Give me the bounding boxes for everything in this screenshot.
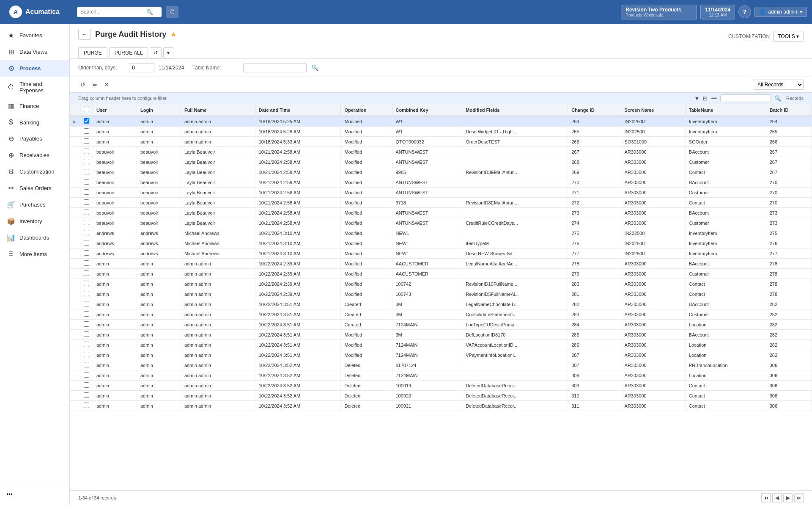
- sidebar-item-data-views[interactable]: ⊞Data Views: [0, 44, 69, 60]
- row-checkbox-23[interactable]: [84, 352, 89, 357]
- select-all-checkbox[interactable]: [84, 107, 89, 112]
- search-icon: 🔍: [146, 9, 153, 15]
- cell-user: beauvoir: [93, 198, 137, 208]
- row-checkbox-11[interactable]: [84, 230, 89, 235]
- more-actions-button[interactable]: ▾: [163, 47, 173, 58]
- cell-combined-key: NEW1: [392, 238, 462, 248]
- top-right-actions: CUSTOMIZATION TOOLS ▾: [728, 31, 804, 42]
- prev-page-button[interactable]: ◀: [772, 493, 782, 502]
- sidebar-item-banking[interactable]: $Banking: [0, 114, 69, 130]
- row-checkbox-12[interactable]: [84, 240, 89, 246]
- table-fit-button[interactable]: ⇔: [90, 80, 99, 89]
- purge-all-button[interactable]: PURGE ALL: [109, 47, 148, 58]
- help-button[interactable]: ?: [738, 6, 751, 18]
- refresh-button[interactable]: ↺: [150, 47, 162, 58]
- datetime-button[interactable]: 11/14/2024 12:13 AM: [700, 5, 735, 19]
- table-row: admin admin admin admin 10/22/2024 3:52 …: [70, 360, 812, 370]
- filter-icon-button[interactable]: ▼: [694, 95, 700, 102]
- cell-expand: [70, 299, 80, 309]
- row-checkbox-10[interactable]: [84, 220, 89, 225]
- last-page-button[interactable]: ⏭: [794, 493, 804, 502]
- row-checkbox-26[interactable]: [84, 382, 89, 388]
- cell-operation: Modified: [341, 259, 392, 269]
- table-refresh-button[interactable]: ↺: [78, 80, 88, 89]
- first-page-button[interactable]: ⏮: [761, 493, 771, 502]
- cell-modified-fields: ConsolidateStatements...: [462, 309, 568, 320]
- expand-arrow[interactable]: ▶: [73, 119, 77, 124]
- row-checkbox-14[interactable]: [84, 260, 89, 266]
- sidebar-item-process[interactable]: ⊙Process: [0, 60, 69, 77]
- row-checkbox-24[interactable]: [84, 362, 89, 367]
- tools-button[interactable]: TOOLS ▾: [773, 31, 804, 42]
- table-row: admin admin admin admin 10/22/2024 2:39 …: [70, 259, 812, 269]
- row-checkbox-17[interactable]: [84, 291, 89, 296]
- row-checkbox-8[interactable]: [84, 199, 89, 205]
- row-checkbox-0[interactable]: [84, 118, 89, 124]
- column-search-input[interactable]: [720, 94, 771, 102]
- next-page-button[interactable]: ▶: [783, 493, 793, 502]
- logo-area[interactable]: A Acumatica: [5, 3, 73, 21]
- search-input[interactable]: [80, 9, 144, 15]
- company-sub: Products Wholesale: [625, 13, 692, 17]
- row-checkbox-15[interactable]: [84, 270, 89, 276]
- history-button[interactable]: ⏱: [166, 6, 178, 18]
- row-checkbox-4[interactable]: [84, 159, 89, 164]
- row-checkbox-7[interactable]: [84, 189, 89, 195]
- cell-change-id: 271: [568, 188, 621, 198]
- sidebar-item-customization[interactable]: ⚙Customization: [0, 163, 69, 180]
- customization-link[interactable]: CUSTOMIZATION: [728, 33, 770, 39]
- records-filter-select[interactable]: All Records: [753, 80, 804, 90]
- row-checkbox-28[interactable]: [84, 403, 89, 408]
- back-button[interactable]: ←: [78, 29, 91, 40]
- older-than-input[interactable]: [129, 63, 154, 72]
- row-checkbox-18[interactable]: [84, 301, 89, 306]
- pagination-buttons: ⏮ ◀ ▶ ⏭: [761, 493, 804, 502]
- company-selector[interactable]: Revision Two Products Products Wholesale: [621, 5, 697, 19]
- table-name-input[interactable]: [243, 63, 307, 72]
- row-checkbox-1[interactable]: [84, 128, 89, 134]
- cell-modified-fields: LocTypeCUDescrPrima...: [462, 320, 568, 330]
- sidebar-more-icon[interactable]: •••: [7, 491, 12, 497]
- purge-button[interactable]: PURGE: [78, 47, 107, 58]
- row-checkbox-2[interactable]: [84, 138, 89, 144]
- column-search-icon[interactable]: 🔍: [774, 95, 781, 102]
- sidebar-item-dashboards[interactable]: 📊Dashboards: [0, 229, 69, 246]
- sidebar-item-inventory[interactable]: 📦Inventory: [0, 213, 69, 229]
- sidebar-item-favorites[interactable]: ★Favorites: [0, 27, 69, 44]
- cell-operation: Modified: [341, 188, 392, 198]
- cell-modified-fields: CreditRuleCCreditDays...: [462, 218, 568, 228]
- row-checkbox-9[interactable]: [84, 210, 89, 215]
- sidebar-item-finance[interactable]: ▦Finance: [0, 98, 69, 114]
- user-button[interactable]: 👤 admin admin ▾: [754, 7, 807, 17]
- row-checkbox-20[interactable]: [84, 321, 89, 327]
- row-checkbox-16[interactable]: [84, 281, 89, 286]
- cell-combined-key: 100920: [392, 391, 462, 401]
- row-checkbox-19[interactable]: [84, 311, 89, 317]
- row-checkbox-22[interactable]: [84, 342, 89, 347]
- more-columns-button[interactable]: •••: [711, 95, 717, 102]
- table-clear-button[interactable]: ✕: [102, 80, 111, 89]
- cell-modified-fields: [462, 208, 568, 218]
- row-checkbox-3[interactable]: [84, 149, 89, 154]
- sidebar-item-payables[interactable]: ⊖Payables: [0, 130, 69, 147]
- row-checkbox-13[interactable]: [84, 250, 89, 256]
- favorite-star-icon[interactable]: ★: [170, 30, 176, 39]
- row-checkbox-21[interactable]: [84, 331, 89, 337]
- columns-icon-button[interactable]: ⊟: [703, 95, 708, 102]
- row-checkbox-5[interactable]: [84, 169, 89, 174]
- sidebar-item-time-expenses[interactable]: ⏱Time and Expenses: [0, 77, 69, 98]
- sidebar-item-sales-orders[interactable]: ✏Sales Orders: [0, 180, 69, 196]
- cell-table-name: InventoryItem: [685, 248, 766, 259]
- row-checkbox-25[interactable]: [84, 372, 89, 378]
- th-screen-name: Screen Name: [621, 104, 685, 116]
- row-checkbox-6[interactable]: [84, 179, 89, 185]
- sidebar-item-purchases[interactable]: 🛒Purchases: [0, 196, 69, 213]
- sidebar-item-more-items[interactable]: ⠿More Items: [0, 246, 69, 262]
- sidebar-icon-customization: ⚙: [7, 168, 15, 176]
- cell-batch-id: 267: [766, 147, 812, 157]
- cell-batch-id: 266: [766, 137, 812, 147]
- row-checkbox-27[interactable]: [84, 392, 89, 398]
- cell-combined-key: 100921: [392, 401, 462, 411]
- table-search-icon-button[interactable]: 🔍: [309, 63, 321, 72]
- sidebar-item-receivables[interactable]: ⊕Receivables: [0, 147, 69, 163]
